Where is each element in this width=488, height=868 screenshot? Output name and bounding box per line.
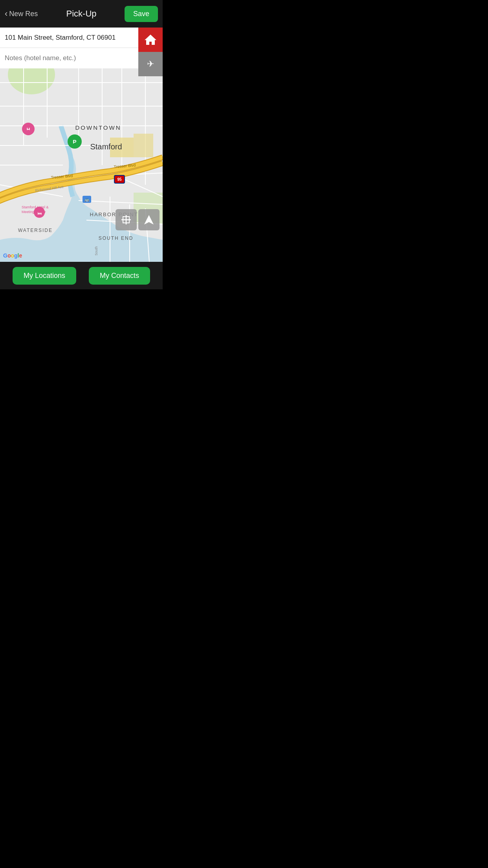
back-button[interactable]: ‹ New Res xyxy=(5,9,38,19)
save-button[interactable]: Save xyxy=(125,6,158,22)
navigate-button[interactable] xyxy=(138,209,160,230)
svg-marker-51 xyxy=(145,35,156,45)
svg-text:🛏: 🛏 xyxy=(37,211,42,215)
my-contacts-button[interactable]: My Contacts xyxy=(89,267,150,285)
svg-text:95: 95 xyxy=(117,177,122,182)
map-container[interactable]: 95 Richmond Hill Ave Tresser Blvd Tresse… xyxy=(0,28,163,262)
bottom-bar: My Locations My Contacts xyxy=(0,262,163,289)
my-locations-button[interactable]: My Locations xyxy=(13,267,76,285)
page-title: Pick-Up xyxy=(66,9,96,19)
expand-map-button[interactable] xyxy=(116,209,137,230)
google-logo: Google xyxy=(3,252,22,259)
airport-icon: ✈ xyxy=(145,58,156,70)
back-label: New Res xyxy=(9,10,38,18)
svg-text:Stamford: Stamford xyxy=(90,142,122,151)
svg-text:SOUTH END: SOUTH END xyxy=(99,235,134,241)
airport-button[interactable]: ✈ xyxy=(138,52,163,76)
address-input[interactable] xyxy=(5,34,148,42)
home-icon xyxy=(144,33,157,46)
navigate-icon xyxy=(143,214,154,225)
svg-rect-31 xyxy=(134,134,153,157)
crosshair-icon xyxy=(121,214,132,225)
svg-text:WATERSIDE: WATERSIDE xyxy=(18,228,53,233)
svg-marker-56 xyxy=(144,215,154,224)
home-location-button[interactable] xyxy=(138,28,163,52)
svg-text:South: South xyxy=(94,246,98,256)
header: ‹ New Res Pick-Up Save xyxy=(0,0,163,28)
notes-input[interactable] xyxy=(5,54,158,62)
svg-text:DOWNTOWN: DOWNTOWN xyxy=(75,124,121,131)
back-chevron-icon: ‹ xyxy=(5,9,7,19)
svg-text:🚌: 🚌 xyxy=(84,197,90,202)
map-controls xyxy=(116,209,160,230)
svg-text:Stamford Hotel &: Stamford Hotel & xyxy=(22,205,49,209)
side-buttons: ✈ xyxy=(138,28,163,76)
svg-text:✈: ✈ xyxy=(147,59,154,69)
